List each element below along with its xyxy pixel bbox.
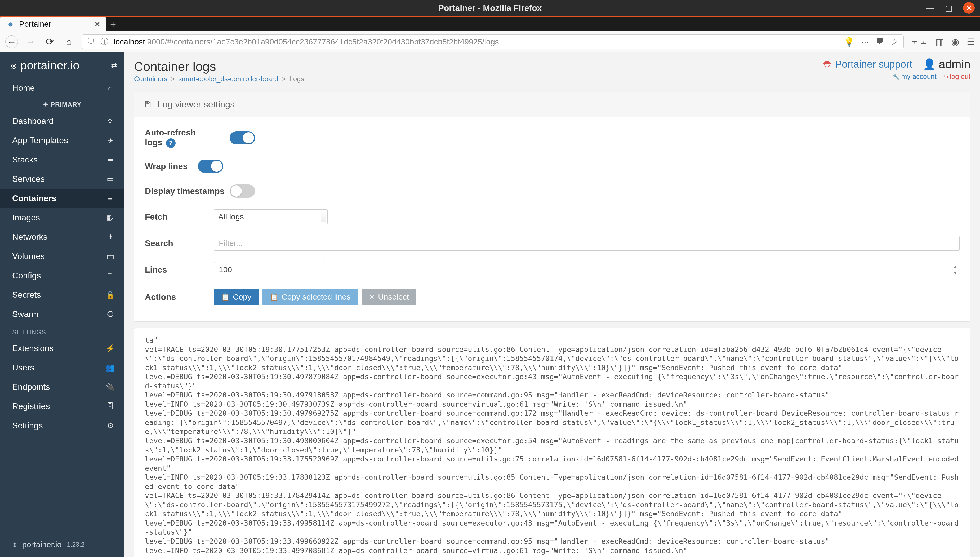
sidebar-item-label: Secrets [12, 290, 41, 300]
sidebar-item-networks[interactable]: Networks⋔ [0, 227, 124, 247]
breadcrumb-link-containers[interactable]: Containers [134, 75, 167, 83]
tab-title: Portainer [19, 20, 51, 29]
sidebar-item-label: Images [12, 213, 40, 223]
sidebar-item-label: Configs [12, 271, 41, 280]
wrap-lines-label: Wrap lines [145, 161, 198, 171]
display-timestamps-label: Display timestamps [145, 186, 230, 196]
list-icon: ≣ [105, 155, 116, 164]
fetch-select[interactable]: All logs [214, 209, 328, 224]
sidebar-item-label: Extensions [12, 344, 54, 353]
bookmark-star-icon[interactable]: ☆ [890, 37, 898, 47]
sidebar-item-home[interactable]: Home ⌂ [0, 78, 124, 98]
os-titlebar: Portainer - Mozilla Firefox — ▢ ✕ [0, 0, 980, 16]
my-account-link[interactable]: 🔧 my account [893, 73, 937, 81]
header-right: ⛑ Portainer support 👤 admin 🔧 my account… [823, 58, 970, 87]
main-header: Container logs Containers > smart-cooler… [134, 58, 970, 87]
brand-logo[interactable]: ⎈ portainer.io [11, 59, 80, 72]
browser-tab-active[interactable]: ⎈ Portainer ✕ [0, 17, 106, 31]
sidebar-item-images[interactable]: Images🗐 [0, 208, 124, 227]
sidebar-endpoint-badge[interactable]: ✦ PRIMARY [0, 98, 124, 111]
close-icon[interactable]: ✕ [963, 2, 975, 14]
nav-forward-button[interactable]: → [24, 36, 37, 48]
page-title: Container logs [134, 59, 304, 74]
lines-stepper[interactable]: ▲▼ [952, 263, 959, 277]
nav-home-button[interactable]: ⌂ [62, 36, 75, 48]
nav-back-button[interactable]: ← [5, 36, 18, 48]
sidebar-item-label: Services [12, 174, 45, 184]
tab-close-icon[interactable]: ✕ [94, 20, 101, 29]
users-icon: 👥 [105, 363, 116, 372]
sidebar-item-containers[interactable]: Containers≡ [0, 189, 124, 208]
user-menu[interactable]: 👤 admin [923, 58, 970, 71]
sidebar-item-volumes[interactable]: Volumes🖴 [0, 247, 124, 266]
object-group-icon: ⎔ [105, 310, 116, 319]
sidebar-item-label: App Templates [12, 135, 68, 145]
sidebar-item-stacks[interactable]: Stacks≣ [0, 150, 124, 169]
sidebar-item-extensions[interactable]: Extensions⚡ [0, 339, 124, 358]
list-alt-icon: ▭ [105, 175, 116, 183]
nav-reload-button[interactable]: ⟳ [43, 36, 56, 48]
minimize-icon[interactable]: — [925, 3, 934, 13]
wrap-lines-toggle[interactable] [198, 160, 223, 173]
footer-version: 1.23.2 [67, 541, 85, 548]
rocket-icon: ✈ [105, 136, 116, 145]
sidebar-item-swarm[interactable]: Swarm⎔ [0, 305, 124, 324]
log-output[interactable]: ta" vel=TRACE ts=2020-03-30T05:19:30.177… [134, 328, 970, 557]
sidebar-item-label: Settings [12, 421, 43, 430]
portainer-support-link[interactable]: ⛑ Portainer support [823, 59, 913, 70]
hdd-icon: 🖴 [105, 252, 116, 261]
sidebar-item-label: Home [12, 83, 35, 93]
sidebar-item-users[interactable]: Users👥 [0, 358, 124, 377]
url-bar[interactable]: 🛡 ⓘ localhost:9000/#/containers/1ae7c3e2… [82, 34, 904, 49]
search-label: Search [145, 238, 214, 248]
account-icon[interactable]: ◉ [951, 36, 959, 47]
sidebar-item-label: Stacks [12, 155, 38, 164]
lock-icon: 🔒 [105, 290, 116, 299]
wrench-icon: 🔧 [893, 73, 902, 80]
sidebar-toggle-icon[interactable]: ▥ [936, 36, 944, 47]
maximize-icon[interactable]: ▢ [944, 3, 954, 13]
sidebar-item-app-templates[interactable]: App Templates✈ [0, 131, 124, 150]
footer-brand: portainer.io [22, 540, 62, 549]
sidebar-item-label: Containers [12, 194, 56, 203]
browser-toolbar: ← → ⟳ ⌂ 🛡 ⓘ localhost:9000/#/containers/… [0, 31, 980, 52]
search-input[interactable] [214, 236, 960, 251]
shield-icon[interactable]: 🛡 [87, 37, 95, 46]
copy-selected-button[interactable]: 📋Copy selected lines [263, 289, 358, 305]
breadcrumb-link-container[interactable]: smart-cooler_ds-controller-board [178, 75, 278, 83]
sidebar-item-settings[interactable]: Settings⚙ [0, 416, 124, 435]
brand-label: portainer.io [20, 59, 80, 72]
database-icon: 🗄 [105, 402, 116, 410]
sidebar-item-endpoints[interactable]: Endpoints🔌 [0, 377, 124, 397]
sidebar-item-configs[interactable]: Configs🗎 [0, 266, 124, 285]
log-viewer-settings-panel: 🗎 Log viewer settings Auto-refresh logs?… [134, 91, 970, 322]
server-icon: ≡ [105, 194, 116, 203]
auto-refresh-toggle[interactable] [230, 131, 255, 145]
info-icon[interactable]: ⓘ [100, 36, 108, 47]
os-window-title: Portainer - Mozilla Firefox [438, 3, 542, 13]
panel-title: Log viewer settings [158, 99, 235, 109]
sidebar-item-services[interactable]: Services▭ [0, 169, 124, 189]
more-icon[interactable]: ⋯ [861, 37, 869, 47]
lifebuoy-icon: ⛑ [823, 59, 833, 70]
clone-icon: 🗐 [105, 213, 116, 222]
copy-button[interactable]: 📋Copy [214, 289, 259, 305]
unselect-button[interactable]: ✕Unselect [361, 289, 416, 305]
hamburger-menu-icon[interactable]: ☰ [967, 36, 975, 47]
pocket-icon[interactable]: ⛊ [875, 37, 884, 47]
help-icon[interactable]: ? [166, 138, 176, 148]
new-tab-button[interactable]: ＋ [106, 17, 120, 31]
library-icon[interactable]: ⫟⫠ [910, 36, 928, 47]
sidebar: ⎈ portainer.io ⇄ Home ⌂ ✦ PRIMARY Dashbo… [0, 52, 124, 557]
auto-refresh-label: Auto-refresh logs? [145, 128, 214, 148]
sidebar-collapse-icon[interactable]: ⇄ [111, 61, 117, 70]
user-circle-icon: 👤 [923, 58, 936, 71]
sidebar-item-registries[interactable]: Registries🗄 [0, 397, 124, 416]
display-timestamps-toggle[interactable] [230, 184, 255, 198]
sidebar-item-secrets[interactable]: Secrets🔒 [0, 285, 124, 305]
lines-input[interactable] [214, 262, 325, 277]
lightbulb-icon[interactable]: 💡 [844, 37, 854, 47]
sidebar-item-dashboard[interactable]: Dashboard🜍 [0, 111, 124, 131]
sign-out-icon: ↪ [944, 73, 950, 80]
logout-link[interactable]: ↪ log out [944, 73, 970, 81]
